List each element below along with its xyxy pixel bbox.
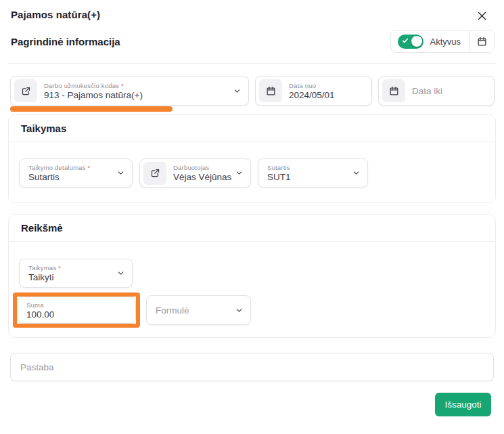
amount-field[interactable]: Suma [17, 297, 136, 324]
amount-label: Suma [26, 301, 121, 309]
main-fields-row: Darbo užmokesčio kodas * 913 - Pajamos n… [0, 64, 504, 106]
value-section-title: Reikšmė [9, 215, 495, 242]
validity-calendar-button[interactable] [469, 30, 494, 52]
application-section-card: Taikymas Taikymo detalumas * Sutartis [8, 114, 496, 203]
annotation-highlight-box: Suma [13, 292, 140, 328]
active-toggle[interactable]: Aktyvus [391, 30, 469, 52]
active-toggle-label: Aktyvus [430, 37, 461, 47]
note-field [10, 353, 494, 381]
date-to-placeholder: Data iki [412, 86, 442, 96]
external-link-icon [150, 168, 160, 178]
contract-label: Sutartis [267, 164, 291, 171]
calendar-icon [259, 79, 282, 102]
dialog-title: Pajamos natūra(+) [11, 9, 100, 20]
detail-level-label: Taikymo detalumas * [28, 164, 90, 171]
dialog-footer: Išsaugoti [0, 381, 504, 416]
apply-select[interactable]: Taikymas * Taikyti [19, 259, 133, 288]
contract-select[interactable]: Sutartis SUT1 [258, 158, 368, 188]
detail-level-value: Sutartis [28, 172, 90, 182]
amount-input[interactable] [26, 309, 121, 320]
chevron-down-icon [229, 306, 244, 315]
salary-code-value: 913 - Pajamos natūra(+) [44, 90, 143, 100]
chevron-down-icon [346, 169, 361, 177]
value-fields-area: Taikymas * Taikyti Suma [9, 242, 495, 337]
salary-code-label: Darbo užmokesčio kodas * [44, 82, 143, 89]
check-icon [402, 37, 409, 44]
main-section-header: Pagrindinė informacija Aktyvus [0, 23, 504, 58]
detail-level-select[interactable]: Taikymo detalumas * Sutartis [19, 158, 133, 188]
apply-value: Taikyti [28, 272, 61, 282]
active-toggle-group: Aktyvus [390, 30, 495, 53]
save-button[interactable]: Išsaugoti [435, 393, 491, 416]
chevron-down-icon [111, 269, 125, 278]
application-fields-row: Taikymo detalumas * Sutartis Darbuotojas… [9, 142, 495, 202]
formula-placeholder: Formulė [156, 305, 189, 316]
contract-value: SUT1 [267, 172, 291, 182]
required-mark: * [121, 82, 124, 89]
employee-label: Darbuotojas [173, 164, 229, 171]
employee-open-link-button[interactable] [143, 162, 166, 185]
income-in-kind-dialog: Pajamos natūra(+) Pagrindinė informacija… [0, 0, 504, 434]
date-from-label: Data nuo [289, 82, 335, 89]
application-section-title: Taikymas [9, 115, 495, 142]
calendar-icon [477, 37, 487, 47]
external-link-icon [21, 86, 31, 96]
close-icon [476, 10, 488, 22]
salary-code-open-link-button[interactable] [14, 79, 37, 102]
date-from-value: 2024/05/01 [289, 90, 335, 100]
required-mark: * [58, 264, 61, 272]
employee-value: Vėjas Vėjūnas [173, 172, 229, 182]
date-from-picker[interactable]: Data nuo 2024/05/01 [255, 76, 372, 106]
annotation-highlight-bar [10, 106, 173, 112]
employee-select[interactable]: Darbuotojas Vėjas Vėjūnas [139, 158, 251, 188]
chevron-down-icon [229, 169, 244, 177]
value-section-card: Reikšmė Taikymas * Taikyti [8, 214, 496, 338]
toggle-knob [411, 36, 422, 47]
amount-row: Suma Formulė [11, 292, 485, 328]
toggle-switch-on[interactable] [398, 35, 423, 49]
dialog-header: Pajamos natūra(+) [0, 0, 504, 23]
apply-label: Taikymas * [28, 264, 61, 272]
close-button[interactable] [475, 9, 489, 23]
date-to-picker[interactable]: Data iki [378, 76, 495, 106]
apply-row: Taikymas * Taikyti [19, 259, 485, 288]
salary-code-select[interactable]: Darbo užmokesčio kodas * 913 - Pajamos n… [10, 76, 249, 106]
chevron-down-icon [227, 87, 242, 95]
chevron-down-icon [111, 169, 125, 177]
formula-select[interactable]: Formulė [146, 295, 251, 325]
required-mark: * [88, 164, 91, 171]
note-input[interactable] [20, 362, 484, 372]
calendar-icon [382, 79, 405, 102]
main-section-title: Pagrindinė informacija [11, 36, 120, 47]
